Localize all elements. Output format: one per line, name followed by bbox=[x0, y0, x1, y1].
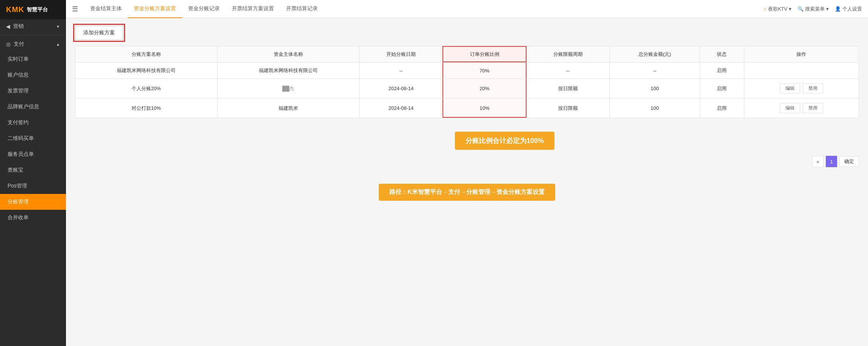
search-menu[interactable]: 🔍 搜索菜单 ▾ bbox=[798, 6, 829, 12]
cell-ratio: 20% bbox=[443, 79, 527, 98]
tab-invoice-record[interactable]: 开票结算记录 bbox=[280, 0, 324, 18]
pagination: « 1 确定 bbox=[75, 156, 859, 167]
disable-button-row3[interactable]: 禁用 bbox=[803, 103, 823, 113]
pagination-prev[interactable]: « bbox=[812, 156, 824, 167]
main-wrapper: ☰ 资金结算主体 资金分账方案设置 资金分账记录 开票结算方案设置 开票结算记录… bbox=[66, 0, 868, 346]
nav-tabs: 资金结算主体 资金分账方案设置 资金分账记录 开票结算方案设置 开票结算记录 bbox=[84, 0, 764, 18]
cell-ratio: 70% bbox=[443, 63, 527, 79]
sidebar-item-waiter-order[interactable]: 服务员点单 bbox=[0, 146, 66, 162]
content: 添加分账方案 分账方案名称 资金主体名称 开始分账日期 订单分账比例 分账限额周… bbox=[66, 18, 868, 346]
sidebar-section-payment[interactable]: ◎ 支付 ▲ bbox=[0, 37, 66, 51]
cell-period: -- bbox=[526, 63, 610, 79]
pagination-page-1[interactable]: 1 bbox=[826, 156, 837, 167]
col-header-plan-name: 分账方案名称 bbox=[75, 46, 217, 63]
sidebar-item-account-info[interactable]: 账户信息 bbox=[0, 67, 66, 83]
col-header-total: 总分账金额(元) bbox=[610, 46, 700, 63]
cell-start-date: 2024-08-14 bbox=[359, 79, 443, 98]
cell-entity-name: 福建凯米 bbox=[217, 98, 359, 118]
hamburger-icon[interactable]: ☰ bbox=[72, 5, 78, 13]
sidebar-item-qr-buy[interactable]: 二维码买单 bbox=[0, 131, 66, 146]
nav-right: ⌂ 夜歌KTV ▾ 🔍 搜索菜单 ▾ 👤 个人设置 bbox=[764, 6, 862, 12]
col-header-status: 状态 bbox=[700, 46, 744, 63]
cell-entity-name: 福建凯米网络科技有限公司 bbox=[217, 63, 359, 79]
sidebar-item-brand-account[interactable]: 品牌账户信息 bbox=[0, 99, 66, 115]
venue-name: 夜歌KTV bbox=[768, 6, 787, 12]
cell-period: 按日限额 bbox=[526, 98, 610, 118]
sidebar-item-realtime-order[interactable]: 实时订单 bbox=[0, 51, 66, 67]
search-dropdown-icon: ▾ bbox=[826, 6, 829, 12]
table-header-row: 分账方案名称 资金主体名称 开始分账日期 订单分账比例 分账限额周期 总分账金额… bbox=[75, 46, 859, 63]
tab-fund-split-plan[interactable]: 资金分账方案设置 bbox=[128, 0, 182, 18]
cell-plan-name: 个人分账20% bbox=[75, 79, 217, 98]
cell-total: 100 bbox=[610, 79, 700, 98]
logo-brand: KMK bbox=[6, 5, 24, 14]
personal-settings[interactable]: 👤 个人设置 bbox=[835, 6, 862, 12]
venue-dropdown-icon: ▾ bbox=[789, 6, 791, 12]
tab-fund-split-record[interactable]: 资金分账记录 bbox=[182, 0, 226, 18]
logo: KMK 智慧平台 bbox=[0, 0, 66, 19]
col-header-period: 分账限额周期 bbox=[526, 46, 610, 63]
cell-period: 按日限额 bbox=[526, 79, 610, 98]
col-header-ratio: 订单分账比例 bbox=[443, 46, 527, 63]
table-row: 福建凯米网络科技有限公司 福建凯米网络科技有限公司 -- 70% -- -- 启… bbox=[75, 63, 859, 79]
sidebar-item-check-account[interactable]: 查账宝 bbox=[0, 162, 66, 178]
cell-total: 100 bbox=[610, 98, 700, 118]
marketing-icon: ◀ bbox=[6, 23, 10, 29]
cell-status: 启用 bbox=[700, 79, 744, 98]
edit-button-row3[interactable]: 编辑 bbox=[780, 103, 800, 113]
cell-start-date: -- bbox=[359, 63, 443, 79]
col-header-entity-name: 资金主体名称 bbox=[217, 46, 359, 63]
path-annotation: 路径：K米智慧平台→支付→分账管理→资金分账方案设置 bbox=[379, 184, 555, 201]
payment-icon: ◎ bbox=[6, 41, 11, 47]
cell-status: 启用 bbox=[700, 63, 744, 79]
marketing-arrow: ▼ bbox=[56, 25, 60, 29]
search-icon: 🔍 bbox=[798, 6, 804, 12]
disable-button-row2[interactable]: 禁用 bbox=[803, 83, 823, 94]
sidebar-section-marketing[interactable]: ◀ 营销 ▼ bbox=[0, 19, 66, 34]
personal-settings-label: 个人设置 bbox=[842, 6, 862, 12]
cell-actions bbox=[744, 63, 859, 79]
sidebar-item-invoice[interactable]: 发票管理 bbox=[0, 83, 66, 99]
col-header-start-date: 开始分账日期 bbox=[359, 46, 443, 63]
ratio-annotation: 分账比例合计必定为100% bbox=[455, 132, 554, 150]
venue-selector[interactable]: ⌂ 夜歌KTV ▾ bbox=[764, 6, 791, 12]
add-plan-button[interactable]: 添加分账方案 bbox=[75, 26, 123, 40]
split-plan-table: 分账方案名称 资金主体名称 开始分账日期 订单分账比例 分账限额周期 总分账金额… bbox=[75, 46, 859, 118]
sidebar: KMK 智慧平台 ◀ 营销 ▼ ◎ 支付 ▲ 实时订单 账户信息 发票管理 品牌… bbox=[0, 0, 66, 346]
pagination-confirm[interactable]: 确定 bbox=[839, 156, 859, 167]
payment-arrow: ▲ bbox=[56, 42, 60, 46]
divider bbox=[0, 35, 66, 35]
sidebar-section-payment-label: 支付 bbox=[14, 41, 24, 48]
cell-actions: 编辑 禁用 bbox=[744, 79, 859, 98]
tab-fund-settlement-main[interactable]: 资金结算主体 bbox=[84, 0, 128, 18]
sidebar-item-merge-collect[interactable]: 合并收单 bbox=[0, 210, 66, 226]
user-icon: 👤 bbox=[835, 6, 841, 12]
cell-actions: 编辑 禁用 bbox=[744, 98, 859, 118]
top-nav: ☰ 资金结算主体 资金分账方案设置 资金分账记录 开票结算方案设置 开票结算记录… bbox=[66, 0, 868, 18]
cell-ratio: 10% bbox=[443, 98, 527, 118]
cell-plan-name: 对公打款10% bbox=[75, 98, 217, 118]
cell-total: -- bbox=[610, 63, 700, 79]
logo-name: 智慧平台 bbox=[27, 6, 48, 13]
sidebar-item-payment-contract[interactable]: 支付签约 bbox=[0, 115, 66, 131]
col-header-actions: 操作 bbox=[744, 46, 859, 63]
house-icon: ⌂ bbox=[764, 6, 767, 12]
cell-entity-name: ██杰 bbox=[217, 79, 359, 98]
tab-invoice-plan[interactable]: 开票结算方案设置 bbox=[226, 0, 280, 18]
table-row: 个人分账20% ██杰 2024-08-14 20% 按日限额 100 启用 编… bbox=[75, 79, 859, 98]
cell-status: 启用 bbox=[700, 98, 744, 118]
cell-start-date: 2024-08-14 bbox=[359, 98, 443, 118]
search-menu-label: 搜索菜单 bbox=[805, 6, 825, 12]
table-row: 对公打款10% 福建凯米 2024-08-14 10% 按日限额 100 启用 … bbox=[75, 98, 859, 118]
cell-plan-name: 福建凯米网络科技有限公司 bbox=[75, 63, 217, 79]
sidebar-item-split-account[interactable]: 分账管理 bbox=[0, 194, 66, 210]
sidebar-item-pos[interactable]: Pos管理 bbox=[0, 178, 66, 194]
edit-button-row2[interactable]: 编辑 bbox=[780, 83, 800, 94]
sidebar-section-marketing-label: 营销 bbox=[13, 23, 24, 30]
